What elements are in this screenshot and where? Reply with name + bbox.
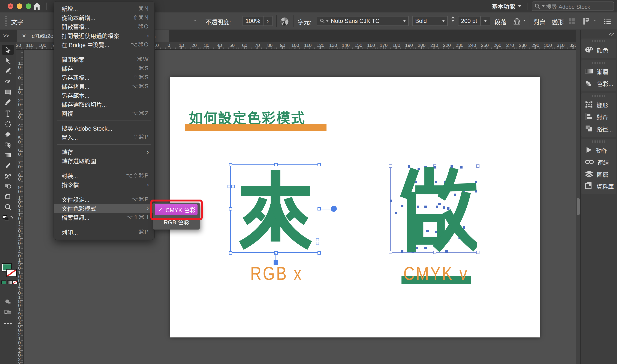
gradient-tool[interactable] <box>2 150 14 160</box>
shape-builder-tool[interactable] <box>2 140 14 149</box>
file-menu-item[interactable]: 搜尋 Adobe Stock... <box>54 124 154 132</box>
rectangle-tool[interactable] <box>2 87 14 97</box>
close-tab-icon[interactable]: ✕ <box>22 33 26 39</box>
panel-tab-color[interactable]: 顏色 <box>581 44 616 56</box>
pen-tool[interactable] <box>2 66 14 76</box>
gradient-button[interactable] <box>7 281 12 284</box>
swap-fill-stroke-mini[interactable] <box>2 213 14 223</box>
grid-icon[interactable] <box>568 18 576 25</box>
transform-label[interactable]: 變形 <box>552 18 564 27</box>
menu-list-icon[interactable] <box>604 18 611 25</box>
file-menu-item[interactable]: 轉存選取範圍... <box>54 156 154 165</box>
zoom-tool[interactable] <box>2 202 14 212</box>
opacity-value-field[interactable]: 100% <box>242 16 263 26</box>
file-menu-item[interactable]: 開啟舊檔...⌘O <box>54 22 154 31</box>
scrollbar-thumb[interactable] <box>577 198 580 215</box>
panel-grip[interactable] <box>592 141 606 143</box>
tab-collapse-chevrons[interactable]: >> <box>3 33 9 39</box>
eraser-tool[interactable] <box>2 129 14 139</box>
file-menu-item[interactable]: 封裝...⌥⇧⌘P <box>54 171 154 180</box>
paintbrush-tool[interactable] <box>2 97 14 107</box>
type-tool[interactable] <box>2 108 14 118</box>
fill-stroke-widget[interactable] <box>1 262 15 295</box>
character-label[interactable]: 字元: <box>298 18 311 27</box>
chevron-down-icon[interactable] <box>593 20 596 21</box>
minimize-window-button[interactable] <box>17 3 22 9</box>
file-menu-item[interactable]: 儲存⌘S <box>54 64 154 73</box>
selection-handle[interactable] <box>318 163 321 166</box>
recolor-artwork-icon[interactable] <box>280 17 289 26</box>
file-menu-item[interactable]: 文件設定...⌥⌘P <box>54 195 154 204</box>
close-window-button[interactable] <box>8 3 13 9</box>
opacity-label[interactable]: 不透明度: <box>205 18 231 27</box>
color-button[interactable] <box>1 281 6 284</box>
file-menu-item[interactable]: 文件色彩模式› <box>54 204 154 213</box>
zoom-window-button[interactable] <box>26 3 31 9</box>
panel-tab-pathfinder[interactable]: 路徑... <box>581 123 616 135</box>
draw-mode-icon[interactable] <box>2 297 14 307</box>
rotate-handle[interactable] <box>331 206 337 212</box>
panel-collapse-chevrons[interactable]: << <box>609 31 614 37</box>
home-icon[interactable] <box>32 2 41 11</box>
screen-mode-icon[interactable] <box>2 307 14 317</box>
vertical-scrollbar[interactable] <box>576 50 580 364</box>
direct-selection-tool[interactable] <box>2 56 14 65</box>
properties-panel-icon[interactable] <box>582 17 590 25</box>
chevron-down-icon[interactable] <box>523 20 526 21</box>
file-menu-item[interactable]: 列印...⌘P <box>54 228 154 237</box>
panel-tab-color-guide[interactable]: 色彩... <box>581 78 616 90</box>
rotate-tool[interactable] <box>2 119 14 129</box>
artboard-tool[interactable] <box>2 192 14 202</box>
opacity-menu-button[interactable]: › <box>263 16 272 26</box>
align-label[interactable]: 對齊 <box>534 18 545 27</box>
file-menu-item[interactable]: 打開最近使用過的檔案› <box>54 31 154 40</box>
font-size-menu-button[interactable] <box>481 16 490 26</box>
shapes-tool[interactable] <box>2 181 14 191</box>
selection-handle[interactable] <box>229 163 232 166</box>
file-menu-item[interactable]: 檔案資訊...⌥⇧⌘ I <box>54 213 154 222</box>
paragraph-label[interactable]: 段落 <box>495 18 507 27</box>
selection-handle[interactable] <box>274 163 278 166</box>
selection-handle[interactable] <box>229 251 232 255</box>
search-input[interactable]: 搜尋 Adobe Stock <box>532 1 614 11</box>
panel-grip[interactable] <box>5 16 7 26</box>
eyedropper-tool[interactable] <box>2 161 14 170</box>
selection-handle[interactable] <box>228 185 231 188</box>
file-menu-item[interactable]: 置入...⇧⌘P <box>54 132 154 142</box>
file-menu-item[interactable]: 在 Bridge 中瀏覽...⌥⌘O <box>54 40 154 49</box>
artboard[interactable]: 如何設定色彩模式 <box>170 77 540 338</box>
font-style-field[interactable]: Bold <box>412 16 448 26</box>
font-size-field[interactable]: 200 pt <box>458 16 481 26</box>
file-menu-item[interactable]: 轉存› <box>54 147 154 156</box>
panel-tab-links[interactable]: 連結 <box>581 156 616 168</box>
file-menu-item[interactable]: 關閉檔案⌘W <box>54 55 154 64</box>
workspace-switcher[interactable]: 基本功能 <box>492 2 522 11</box>
symbol-sprayer-tool[interactable] <box>2 171 14 181</box>
selection-tool[interactable] <box>2 45 14 55</box>
vertical-ruler[interactable]: 1001020304050607080901001101201301401501… <box>16 50 24 364</box>
file-menu-item[interactable]: 從範本新增...⇧⌘N <box>54 13 154 22</box>
file-menu-item[interactable]: 另存新檔...⇧⌘S <box>54 73 154 82</box>
panel-grip[interactable] <box>592 40 606 42</box>
curvature-tool[interactable] <box>2 76 14 86</box>
file-menu-item[interactable]: 另存範本... <box>54 91 154 100</box>
panel-tab-layers[interactable]: 圖層 <box>581 168 616 180</box>
panel-tab-gradient[interactable]: 漸層 <box>581 65 616 78</box>
file-menu-item[interactable]: 回復⌥⌘Z <box>54 109 154 118</box>
selection-handle[interactable] <box>318 207 321 210</box>
panel-tab-libraries[interactable]: 資料庫 <box>581 180 616 192</box>
selection-handle[interactable] <box>318 251 321 255</box>
selection-handle[interactable] <box>229 207 232 210</box>
chevron-down-icon[interactable] <box>194 20 196 21</box>
stroke-swatch[interactable] <box>6 269 17 277</box>
panel-grip[interactable] <box>592 95 606 97</box>
file-menu-item[interactable]: 儲存拷貝...⌥⌘S <box>54 82 154 91</box>
panel-tab-transform[interactable]: 變形 <box>581 99 616 111</box>
more-tools-ellipsis-icon[interactable] <box>2 319 14 328</box>
none-button[interactable] <box>13 281 18 284</box>
font-family-field[interactable]: Noto Sans CJK TC <box>317 16 409 26</box>
file-menu-item[interactable]: 新增...⌘N <box>54 4 154 13</box>
panel-tab-align[interactable]: 對齊 <box>581 111 616 123</box>
file-menu-item[interactable]: 儲存選取的切片... <box>54 100 154 109</box>
font-size-stepper[interactable] <box>451 16 455 22</box>
